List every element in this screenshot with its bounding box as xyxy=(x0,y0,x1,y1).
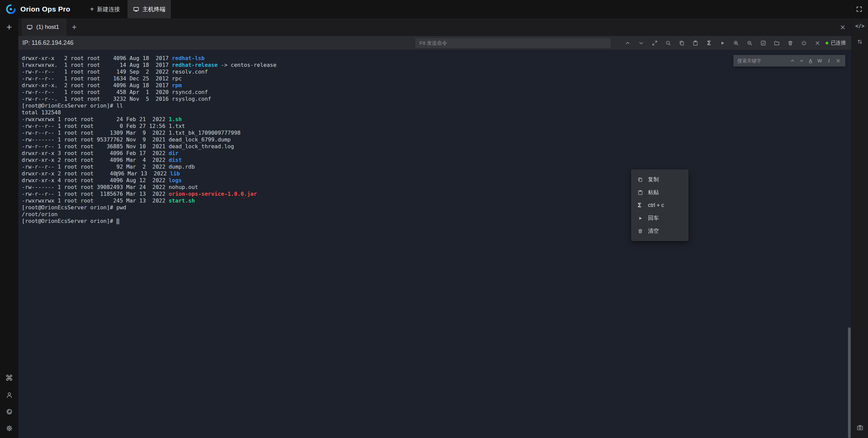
terminal-line: -rw-r--r-- 1 root root 1185676 Mar 13 20… xyxy=(22,191,851,197)
regex-button[interactable]: I xyxy=(824,56,833,65)
disconnect-button[interactable] xyxy=(797,38,811,49)
search-input[interactable] xyxy=(737,58,788,63)
tab-host1-label: (1) host1 xyxy=(36,24,59,31)
paste-button[interactable] xyxy=(689,38,702,49)
context-menu: 复制 粘贴 Σ ctrl + c 回车 清空 xyxy=(631,170,688,241)
menu-item-ctrl-c[interactable]: Σ ctrl + c xyxy=(632,199,688,212)
trash-icon xyxy=(787,40,793,46)
new-connection-button[interactable]: + 新建连接 xyxy=(84,0,125,18)
host-terminal-label: 主机终端 xyxy=(142,5,165,13)
new-tab-button[interactable]: + xyxy=(72,23,77,31)
terminal-scrollbar[interactable] xyxy=(848,327,851,438)
zoom-out-button[interactable] xyxy=(743,38,756,49)
left-sidebar: + ⌘ xyxy=(0,18,18,438)
play-icon xyxy=(719,40,726,46)
terminal-search-widget: A W I xyxy=(733,55,845,66)
find-prev-button[interactable] xyxy=(788,56,797,65)
terminal-line: lrwxrwxrwx. 1 root root 14 Aug 18 2017 r… xyxy=(22,62,851,69)
terminal-line: drwxr-xr-x 2 root root 4096 Aug 18 2017 … xyxy=(22,55,851,62)
terminal-line: -rw-r--r-- 1 root root 36885 Nov 10 2021… xyxy=(22,143,851,150)
tab-host1[interactable]: (1) host1 xyxy=(22,18,66,36)
terminal-line: -rw------- 1 root root 95377762 Nov 9 20… xyxy=(22,136,851,143)
power-icon xyxy=(801,40,807,46)
play-icon xyxy=(637,215,644,221)
gear-icon xyxy=(6,425,13,432)
zoom-in-button[interactable] xyxy=(729,38,743,49)
code-panel-button[interactable]: </> xyxy=(855,23,864,29)
terminal-line: drwxr-xr-x 2 root root 4096 Mar 13 2022 … xyxy=(22,170,851,177)
plus-icon: + xyxy=(72,22,77,32)
status-label: 已连接 xyxy=(831,40,846,46)
search-button[interactable] xyxy=(662,38,675,49)
menu-item-clear[interactable]: 清空 xyxy=(632,225,688,237)
close-icon xyxy=(840,24,846,31)
trash-icon xyxy=(637,228,644,234)
ip-address-label: IP: 116.62.194.246 xyxy=(22,39,74,46)
sftp-button[interactable] xyxy=(770,38,784,49)
terminal-line: -rw-r--r--. 1 root root 3232 Nov 5 2016 … xyxy=(22,96,851,102)
commands-button[interactable]: ⌘ xyxy=(5,374,13,382)
open-new-window-button[interactable] xyxy=(648,38,662,49)
menu-item-copy[interactable]: 复制 xyxy=(632,173,688,186)
enter-button[interactable] xyxy=(716,38,729,49)
terminal-line: total 132548 xyxy=(22,109,851,116)
menu-item-label: ctrl + c xyxy=(648,202,664,208)
chevron-up-icon xyxy=(790,58,795,63)
fullscreen-icon xyxy=(856,6,863,13)
sidebar-bottom-group: ⌘ xyxy=(5,374,13,432)
copy-icon xyxy=(679,40,685,46)
terminal[interactable]: drwxr-xr-x 2 root root 4096 Aug 18 2017 … xyxy=(18,50,851,438)
sigma-icon: Σ xyxy=(707,40,711,46)
add-connection-button[interactable]: + xyxy=(6,22,12,32)
terminal-line: -rw-r--r-- 1 root root 149 Sep 2 2022 re… xyxy=(22,69,851,75)
search-icon xyxy=(665,40,671,46)
find-next-button[interactable] xyxy=(797,56,806,65)
clear-button[interactable] xyxy=(784,38,797,49)
terminal-line: [root@OrionEcsServer orion]# pwd xyxy=(22,204,851,211)
scroll-top-button[interactable] xyxy=(621,38,634,49)
terminal-toolbar: IP: 116.62.194.246 xyxy=(18,36,851,50)
close-terminal-button[interactable] xyxy=(840,24,846,31)
main-area: (1) host1 + IP: 116.62.194.246 xyxy=(18,18,851,438)
camera-icon xyxy=(856,424,864,431)
scroll-bottom-button[interactable] xyxy=(634,38,648,49)
arrows-up-down-icon xyxy=(857,39,863,45)
connection-status: 已连接 xyxy=(826,40,848,46)
terminal-line: -rw-r--r-- 1 root root 92 Mar 2 2022 dum… xyxy=(22,164,851,170)
terminal-line: drwxr-xr-x 3 root root 4096 Feb 17 2022 … xyxy=(22,150,851,157)
menu-item-paste[interactable]: 粘贴 xyxy=(632,186,688,199)
whole-word-button[interactable]: W xyxy=(815,56,824,65)
interrupt-button[interactable]: Σ xyxy=(702,38,716,49)
terminal-line: -rw------- 1 root root 39082493 Mar 24 2… xyxy=(22,184,851,191)
user-button[interactable] xyxy=(6,392,13,399)
terminal-line: [root@OrionEcsServer orion]# xyxy=(22,218,851,225)
close-icon xyxy=(814,40,821,46)
code-icon: </> xyxy=(855,23,864,29)
command-input[interactable] xyxy=(415,38,611,48)
menu-item-label: 复制 xyxy=(648,176,659,183)
monitor-icon xyxy=(133,6,139,13)
menu-item-enter[interactable]: 回车 xyxy=(632,212,688,225)
app-body: + ⌘ xyxy=(0,18,868,438)
app-title: Orion Ops Pro xyxy=(20,5,70,13)
user-icon xyxy=(6,392,13,399)
host-terminal-tab[interactable]: 主机终端 xyxy=(127,0,171,18)
match-case-button[interactable]: A xyxy=(806,56,815,65)
terminal-line: drwxr-xr-x 2 root root 4096 Mar 4 2022 d… xyxy=(22,157,851,164)
plus-icon: + xyxy=(6,22,12,32)
new-connection-label: 新建连接 xyxy=(97,5,120,13)
terminal-line: [root@OrionEcsServer orion]# ll xyxy=(22,102,851,109)
switch-layout-button[interactable] xyxy=(857,39,863,45)
fullscreen-button[interactable] xyxy=(856,6,863,13)
copy-button[interactable] xyxy=(675,38,689,49)
screenshot-button[interactable] xyxy=(856,424,864,431)
close-session-button[interactable] xyxy=(811,38,824,49)
settings-button[interactable] xyxy=(6,425,13,432)
swirl-icon xyxy=(6,408,13,415)
menu-item-label: 回车 xyxy=(648,215,659,222)
theme-button[interactable] xyxy=(6,408,13,415)
terminal-line: -rw-r--r-- 1 root root 1634 Dec 25 2012 … xyxy=(22,75,851,82)
select-button[interactable] xyxy=(756,38,770,49)
terminal-tab-bar: (1) host1 + xyxy=(18,18,851,36)
close-search-button[interactable] xyxy=(833,56,843,65)
